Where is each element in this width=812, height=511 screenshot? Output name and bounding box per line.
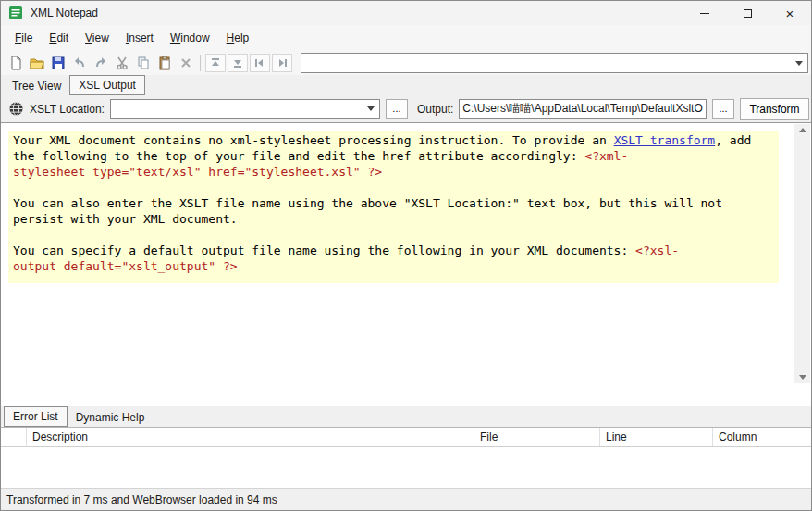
tab-tree-view[interactable]: Tree View (4, 77, 69, 95)
copy-icon (136, 56, 151, 70)
nudge-left-button[interactable] (250, 54, 270, 72)
line-column-header[interactable]: Line (600, 428, 713, 446)
new-document-icon (8, 56, 23, 70)
globe-icon (8, 101, 24, 117)
cut-icon (115, 56, 129, 70)
window-title: XML Notepad (31, 6, 98, 19)
close-icon: × (786, 6, 794, 20)
save-icon (51, 56, 66, 70)
title-bar: XML Notepad × (1, 1, 811, 25)
xsl-output-message: Your XML document contains no xml-styles… (8, 131, 779, 283)
redo-button[interactable] (90, 53, 111, 73)
paste-icon (157, 56, 172, 70)
status-text: Transformed in 7 ms and WebBrowser loade… (6, 493, 277, 506)
delete-icon (178, 56, 193, 70)
xsl-output-view: Your XML document contains no xml-styles… (1, 122, 811, 406)
close-button[interactable]: × (769, 1, 811, 25)
window-controls: × (683, 1, 811, 25)
copy-button[interactable] (132, 53, 154, 73)
nudge-right-button[interactable] (272, 54, 292, 72)
menu-edit[interactable]: Edit (41, 27, 77, 49)
tab-error-list[interactable]: Error List (4, 406, 68, 427)
chevron-down-icon[interactable] (791, 61, 807, 66)
save-button[interactable] (47, 53, 68, 73)
cut-button[interactable] (111, 53, 132, 73)
status-bar: Transformed in 7 ms and WebBrowser loade… (1, 488, 811, 510)
tab-xsl-output[interactable]: XSL Output (69, 75, 145, 95)
nudge-down-button[interactable] (228, 54, 248, 72)
file-column-header[interactable]: File (474, 428, 600, 446)
message-paragraph-3: You can specify a default output file na… (13, 243, 774, 274)
message-paragraph-2: You can also enter the XSLT file name us… (13, 195, 774, 227)
view-tabs: Tree View XSL Output (1, 75, 811, 95)
maximize-icon (744, 9, 752, 18)
message-paragraph-1: Your XML document contains no xml-styles… (13, 132, 774, 180)
undo-icon (72, 56, 87, 70)
xslt-transform-link[interactable]: XSLT transform (614, 133, 716, 147)
undo-button[interactable] (68, 53, 90, 73)
output-path-input[interactable] (459, 99, 707, 119)
chevron-down-icon[interactable] (363, 106, 379, 111)
paste-button[interactable] (154, 53, 175, 73)
xslt-browse-button[interactable]: ... (386, 99, 408, 119)
nudge-up-button[interactable] (205, 54, 226, 72)
output-browse-button[interactable]: ... (712, 99, 734, 119)
error-list-header: Description File Line Column (1, 427, 811, 447)
message-text: Your XML document contains no xml-styles… (13, 133, 614, 147)
nudge-up-icon (208, 56, 223, 70)
transform-button[interactable]: Transform (740, 98, 809, 120)
maximize-button[interactable] (726, 1, 769, 25)
xslt-location-label: XSLT Location: (30, 103, 105, 116)
error-icon-column-header[interactable] (1, 428, 27, 446)
menu-insert[interactable]: Insert (117, 27, 162, 49)
scroll-up-icon[interactable] (799, 128, 806, 132)
message-text: You can specify a default output file na… (13, 243, 635, 257)
nudge-right-icon (275, 56, 289, 70)
xml-notepad-window: XML Notepad × File Edit View Insert Wind… (0, 0, 812, 511)
menu-help[interactable]: Help (218, 27, 258, 49)
minimize-button[interactable] (683, 1, 726, 25)
vertical-scrollbar[interactable] (794, 124, 810, 383)
open-file-button[interactable] (26, 53, 47, 73)
xslt-toolbar: XSLT Location: ... Output: ... Transform (1, 95, 811, 122)
open-folder-icon (30, 56, 44, 70)
menu-file[interactable]: File (6, 27, 41, 49)
toolbar (1, 51, 811, 75)
menu-bar: File Edit View Insert Window Help (1, 25, 811, 51)
new-document-button[interactable] (5, 53, 26, 73)
scroll-down-icon[interactable] (799, 375, 806, 380)
minimize-icon (700, 13, 709, 14)
column-column-header[interactable]: Column (713, 428, 811, 446)
xslt-location-combobox[interactable] (110, 99, 380, 119)
nudge-left-icon (252, 56, 267, 70)
app-icon (8, 6, 23, 20)
address-combobox[interactable] (301, 53, 808, 73)
description-column-header[interactable]: Description (27, 428, 474, 446)
bottom-tabs: Error List Dynamic Help (1, 406, 811, 427)
menu-view[interactable]: View (77, 27, 117, 49)
redo-icon (93, 56, 108, 70)
menu-window[interactable]: Window (162, 27, 218, 49)
toolbar-separator (200, 55, 201, 71)
delete-button[interactable] (175, 53, 196, 73)
output-label: Output: (417, 103, 453, 116)
tab-dynamic-help[interactable]: Dynamic Help (68, 408, 154, 427)
error-list-body (1, 447, 811, 488)
nudge-down-icon (230, 56, 245, 70)
